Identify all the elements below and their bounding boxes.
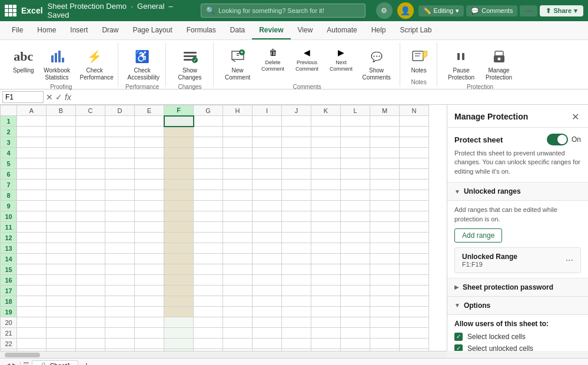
row-header-12[interactable]: 12 (1, 233, 17, 243)
table-cell[interactable] (223, 180, 253, 190)
table-cell[interactable] (370, 317, 400, 328)
tab-insert[interactable]: Insert (63, 21, 95, 39)
table-cell[interactable] (17, 317, 46, 328)
table-cell[interactable] (253, 254, 282, 264)
row-header-9[interactable]: 9 (1, 201, 17, 211)
table-cell[interactable] (370, 127, 400, 137)
table-cell[interactable] (164, 201, 194, 211)
table-cell[interactable] (370, 148, 400, 158)
show-comments-button[interactable]: 💬 Show Comments (358, 45, 395, 84)
col-header-H[interactable]: H (223, 105, 253, 116)
row-header-1[interactable]: 1 (1, 116, 17, 127)
row-header-22[interactable]: 22 (1, 339, 17, 349)
table-cell[interactable] (46, 264, 76, 275)
col-header-B[interactable]: B (46, 105, 76, 116)
table-cell[interactable] (311, 201, 341, 211)
table-cell[interactable] (105, 211, 135, 222)
row-header-11[interactable]: 11 (1, 222, 17, 233)
table-cell[interactable] (253, 190, 282, 201)
check-performance-button[interactable]: ⚡ Check Performance (77, 45, 113, 84)
table-cell[interactable] (105, 296, 135, 307)
table-cell[interactable] (17, 275, 46, 286)
table-cell[interactable] (76, 307, 105, 317)
col-header-G[interactable]: G (194, 105, 223, 116)
table-cell[interactable] (253, 243, 282, 254)
user-avatar[interactable]: 👤 (397, 2, 414, 19)
manage-protection-button[interactable]: Manage Protection (481, 45, 517, 84)
table-cell[interactable] (105, 275, 135, 286)
tab-view[interactable]: View (291, 21, 320, 39)
tab-review[interactable]: Review (252, 21, 290, 39)
table-cell[interactable] (253, 169, 282, 180)
table-cell[interactable] (253, 264, 282, 275)
col-header-A[interactable]: A (17, 105, 46, 116)
row-header-23[interactable]: 23 (1, 349, 17, 351)
table-cell[interactable] (370, 339, 400, 349)
table-cell[interactable] (135, 233, 164, 243)
table-cell[interactable] (282, 243, 311, 254)
table-cell[interactable] (282, 349, 311, 351)
tab-home[interactable]: Home (30, 21, 63, 39)
table-cell[interactable] (135, 180, 164, 190)
row-header-4[interactable]: 4 (1, 148, 17, 158)
notes-button[interactable]: Notes (406, 45, 432, 77)
table-cell[interactable] (282, 116, 311, 127)
table-cell[interactable] (311, 349, 341, 351)
table-cell[interactable] (311, 328, 341, 339)
table-cell[interactable] (282, 307, 311, 317)
table-cell[interactable] (311, 339, 341, 349)
table-cell[interactable] (194, 137, 223, 148)
table-cell[interactable] (135, 339, 164, 349)
table-cell[interactable] (311, 169, 341, 180)
row-header-20[interactable]: 20 (1, 317, 17, 328)
table-cell[interactable] (341, 148, 370, 158)
table-cell[interactable] (76, 264, 105, 275)
table-cell[interactable] (341, 180, 370, 190)
table-cell[interactable] (164, 349, 194, 351)
table-cell[interactable] (341, 169, 370, 180)
row-header-18[interactable]: 18 (1, 296, 17, 307)
table-cell[interactable] (46, 180, 76, 190)
table-cell[interactable] (76, 201, 105, 211)
table-cell[interactable] (253, 317, 282, 328)
col-header-J[interactable]: J (282, 105, 311, 116)
table-cell[interactable] (223, 275, 253, 286)
table-cell[interactable] (311, 222, 341, 233)
table-cell[interactable] (164, 286, 194, 296)
table-cell[interactable] (46, 137, 76, 148)
table-cell[interactable] (164, 243, 194, 254)
table-cell[interactable] (341, 286, 370, 296)
table-cell[interactable] (400, 339, 429, 349)
table-cell[interactable] (400, 222, 429, 233)
table-cell[interactable] (341, 328, 370, 339)
table-cell[interactable] (223, 148, 253, 158)
comments-button[interactable]: 💬 Comments (466, 5, 517, 16)
table-cell[interactable] (105, 190, 135, 201)
table-cell[interactable] (341, 317, 370, 328)
table-cell[interactable] (76, 211, 105, 222)
row-header-19[interactable]: 19 (1, 307, 17, 317)
table-cell[interactable] (400, 243, 429, 254)
table-cell[interactable] (164, 222, 194, 233)
table-cell[interactable] (370, 116, 400, 127)
next-comment-button[interactable]: ▶ Next Comment (324, 45, 358, 74)
tab-pagelayout[interactable]: Page Layout (125, 21, 179, 39)
table-cell[interactable] (194, 264, 223, 275)
table-cell[interactable] (311, 275, 341, 286)
table-cell[interactable] (282, 180, 311, 190)
table-cell[interactable] (253, 222, 282, 233)
table-cell[interactable] (105, 233, 135, 243)
table-cell[interactable] (46, 243, 76, 254)
table-cell[interactable] (76, 148, 105, 158)
table-cell[interactable] (76, 190, 105, 201)
table-cell[interactable] (400, 127, 429, 137)
table-cell[interactable] (370, 328, 400, 339)
table-cell[interactable] (164, 169, 194, 180)
table-cell[interactable] (46, 307, 76, 317)
table-cell[interactable] (164, 307, 194, 317)
col-header-L[interactable]: L (341, 105, 370, 116)
table-cell[interactable] (400, 158, 429, 169)
table-cell[interactable] (17, 211, 46, 222)
table-cell[interactable] (370, 233, 400, 243)
table-cell[interactable] (341, 264, 370, 275)
